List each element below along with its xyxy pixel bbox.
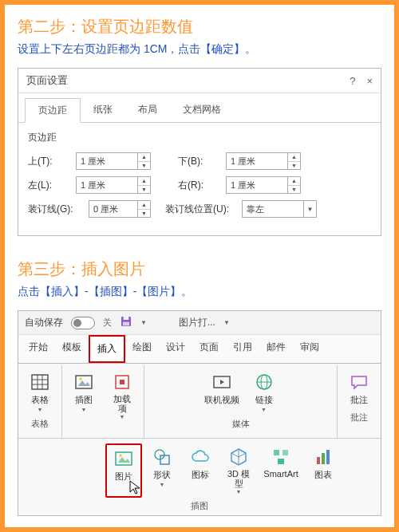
comment-button[interactable]: 批注 <box>341 368 377 409</box>
svg-marker-14 <box>220 380 224 384</box>
video-icon <box>212 372 231 392</box>
tab-page[interactable]: 页面 <box>192 335 226 363</box>
group-tables: 表格 ▼ 表格 <box>18 365 62 438</box>
close-icon[interactable]: × <box>366 75 373 87</box>
left-label: 左(L): <box>28 179 71 192</box>
spinner-up-icon[interactable]: ▲ <box>138 153 150 162</box>
autosave-label: 自动保存 <box>25 316 63 329</box>
gutter-pos-dropdown[interactable]: 靠左 ▼ <box>242 200 317 218</box>
ribbon-tabs: 开始 模板 插入 绘图 设计 页面 引用 邮件 审阅 <box>18 335 381 364</box>
help-icon[interactable]: ? <box>350 75 355 87</box>
top-label: 上(T): <box>28 155 71 168</box>
tab-mailings[interactable]: 邮件 <box>259 335 293 363</box>
tab-design[interactable]: 设计 <box>159 335 192 363</box>
gutter-pos-label: 装订线位置(U): <box>165 203 237 216</box>
illustrations-gallery: 图片 形状 ▼ 图标 <box>18 438 381 515</box>
addin-icon <box>113 372 132 392</box>
step3-title: 第三步：插入图片 <box>18 258 381 280</box>
save-icon[interactable] <box>120 315 132 330</box>
spinner-up-icon[interactable]: ▲ <box>288 153 300 162</box>
comment-icon <box>350 372 369 392</box>
gutter-label: 装订线(G): <box>28 203 84 216</box>
step2-title: 第二步：设置页边距数值 <box>18 16 381 37</box>
chevron-down-icon: ▼ <box>261 407 267 412</box>
chevron-down-icon: ▼ <box>38 407 43 412</box>
quick-access-toolbar: 自动保存 关 ▼ 图片打... ▼ <box>18 311 381 335</box>
step3-desc: 点击【插入】-【插图】-【图片】。 <box>18 285 381 299</box>
svg-rect-3 <box>32 375 48 389</box>
bottom-label: 下(B): <box>178 155 221 168</box>
chart-button[interactable]: 图表 <box>305 443 342 498</box>
picture-button[interactable]: 图片 <box>105 443 142 498</box>
top-spinner[interactable]: 1 厘米 ▲▼ <box>76 152 151 170</box>
tab-review[interactable]: 审阅 <box>293 335 326 363</box>
page-setup-dialog: 页面设置 ? × 页边距 纸张 布局 文档网格 页边距 上(T): 1 厘米 ▲… <box>18 68 381 236</box>
right-label: 右(R): <box>178 179 221 192</box>
svg-point-21 <box>155 450 164 459</box>
tab-references[interactable]: 引用 <box>226 335 259 363</box>
chevron-down-icon: ▼ <box>120 414 125 420</box>
svg-rect-24 <box>282 450 288 455</box>
document-title: 图片打... <box>179 316 215 329</box>
spinner-down-icon[interactable]: ▼ <box>288 186 300 194</box>
link-button[interactable]: 链接 ▼ <box>246 368 282 416</box>
svg-rect-26 <box>317 457 320 464</box>
dialog-title: 页面设置 <box>26 73 68 88</box>
spinner-down-icon[interactable]: ▼ <box>288 162 300 170</box>
spinner-down-icon[interactable]: ▼ <box>138 162 150 170</box>
3d-model-button[interactable]: 3D 模 型 ▼ <box>220 443 257 498</box>
left-spinner[interactable]: 1 厘米 ▲▼ <box>76 176 151 194</box>
gutter-spinner[interactable]: 0 厘米 ▲▼ <box>89 200 151 218</box>
table-icon <box>30 372 49 392</box>
group-media: 联机视频 链接 ▼ 媒体 <box>144 365 338 438</box>
autosave-toggle[interactable] <box>71 317 95 329</box>
svg-rect-28 <box>326 450 330 464</box>
tab-insert[interactable]: 插入 <box>89 335 125 363</box>
tab-margins[interactable]: 页边距 <box>25 98 81 123</box>
chart-icon <box>314 447 333 467</box>
tab-home[interactable]: 开始 <box>22 335 55 363</box>
link-icon <box>255 372 274 392</box>
svg-rect-12 <box>120 380 124 384</box>
group-illustrations: 插图 ▼ 加载 项 ▼ <box>62 365 144 438</box>
chevron-down-icon: ▼ <box>160 482 165 487</box>
right-spinner[interactable]: 1 厘米 ▲▼ <box>226 176 301 194</box>
bottom-spinner[interactable]: 1 厘米 ▲▼ <box>226 152 301 170</box>
illustrations-button[interactable]: 插图 ▼ <box>65 368 102 423</box>
spinner-up-icon[interactable]: ▲ <box>138 177 150 186</box>
svg-rect-2 <box>123 322 129 326</box>
tab-draw[interactable]: 绘图 <box>125 335 159 363</box>
spinner-up-icon[interactable]: ▲ <box>138 201 150 210</box>
section-margins: 页边距 <box>28 131 371 144</box>
smartart-button[interactable]: SmartArt <box>259 443 303 498</box>
shapes-button[interactable]: 形状 ▼ <box>144 443 180 498</box>
svg-point-20 <box>120 455 122 457</box>
chevron-down-icon[interactable]: ▼ <box>140 319 147 326</box>
icons-button[interactable]: 图标 <box>182 443 219 498</box>
group-comments: 批注 批注 <box>338 365 381 438</box>
tab-template[interactable]: 模板 <box>55 335 89 363</box>
svg-rect-18 <box>116 452 132 465</box>
smartart-icon <box>271 447 290 467</box>
cursor-icon <box>129 480 140 497</box>
spinner-down-icon[interactable]: ▼ <box>138 186 150 194</box>
tab-layout[interactable]: 布局 <box>125 98 170 122</box>
chevron-down-icon[interactable]: ▼ <box>223 319 230 326</box>
step2-desc: 设置上下左右页边距都为 1CM，点击【确定】。 <box>18 42 381 57</box>
addins-button[interactable]: 加载 项 ▼ <box>104 368 140 423</box>
spinner-down-icon[interactable]: ▼ <box>138 210 150 218</box>
svg-rect-22 <box>160 455 169 464</box>
online-video-button[interactable]: 联机视频 <box>200 368 244 416</box>
svg-rect-1 <box>124 317 129 320</box>
svg-point-10 <box>80 378 82 380</box>
tables-button[interactable]: 表格 ▼ <box>22 368 58 416</box>
ribbon: 自动保存 关 ▼ 图片打... ▼ 开始 模板 插入 绘图 设计 页面 引用 邮… <box>18 310 381 516</box>
chevron-down-icon[interactable]: ▼ <box>303 201 316 217</box>
svg-rect-25 <box>278 459 284 464</box>
tab-docgrid[interactable]: 文档网格 <box>170 98 234 122</box>
spinner-up-icon[interactable]: ▲ <box>288 177 300 186</box>
tab-paper[interactable]: 纸张 <box>81 98 125 122</box>
shapes-icon <box>152 447 172 467</box>
dialog-tabs: 页边距 纸张 布局 文档网格 <box>18 98 381 123</box>
svg-rect-23 <box>274 450 279 455</box>
